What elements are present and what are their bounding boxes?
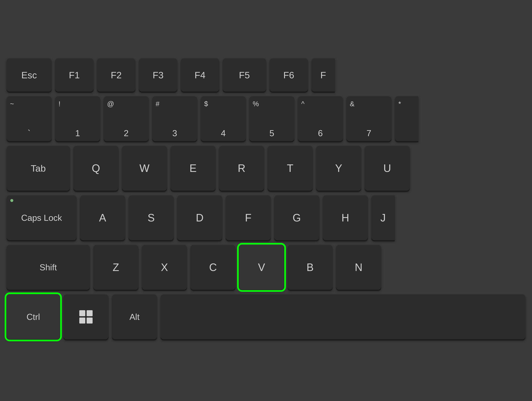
key-3[interactable]: # 3 [152, 96, 197, 141]
key-g[interactable]: G [274, 195, 319, 240]
windows-icon [79, 310, 93, 324]
key-t[interactable]: T [268, 146, 313, 191]
bottom-row: Ctrl Alt [7, 294, 525, 339]
key-a[interactable]: A [80, 195, 125, 240]
key-z[interactable]: Z [93, 245, 138, 290]
key-6[interactable]: ^ 6 [298, 96, 343, 141]
key-7[interactable]: & 7 [347, 96, 391, 141]
key-u[interactable]: U [365, 146, 410, 191]
key-h[interactable]: H [323, 195, 368, 240]
key-1[interactable]: ! 1 [55, 96, 100, 141]
key-tilde[interactable]: ~ ` [7, 96, 51, 141]
key-alt[interactable]: Alt [112, 294, 157, 339]
key-shift[interactable]: Shift [7, 245, 90, 290]
key-n[interactable]: N [336, 245, 381, 290]
key-v[interactable]: V [239, 245, 284, 290]
key-tab[interactable]: Tab [7, 146, 70, 191]
key-f1[interactable]: F1 [55, 58, 93, 92]
key-s[interactable]: S [129, 195, 174, 240]
key-f3[interactable]: F3 [139, 58, 177, 92]
key-esc[interactable]: Esc [7, 58, 51, 92]
key-8[interactable]: * [395, 96, 418, 141]
key-f5[interactable]: F5 [223, 58, 266, 92]
key-ctrl[interactable]: Ctrl [7, 294, 60, 339]
fn-row: Esc F1 F2 F3 F4 F5 F6 F [7, 58, 525, 92]
key-5[interactable]: % 5 [249, 96, 294, 141]
key-space[interactable] [161, 294, 525, 339]
key-f[interactable]: F [226, 195, 271, 240]
key-f6[interactable]: F6 [270, 58, 308, 92]
key-f4[interactable]: F4 [181, 58, 219, 92]
qwerty-row: Tab Q W E R T Y U [7, 146, 525, 191]
key-2[interactable]: @ 2 [104, 96, 149, 141]
caps-lock-led [10, 199, 13, 202]
key-r[interactable]: R [219, 146, 264, 191]
key-caps-lock[interactable]: Caps Lock [7, 195, 76, 240]
key-b[interactable]: B [288, 245, 332, 290]
key-f7[interactable]: F [311, 58, 335, 92]
key-q[interactable]: Q [74, 146, 118, 191]
zxcv-row: Shift Z X C V B N [7, 245, 525, 290]
key-4[interactable]: $ 4 [201, 96, 246, 141]
key-j[interactable]: J [371, 195, 395, 240]
key-x[interactable]: X [142, 245, 187, 290]
key-y[interactable]: Y [316, 146, 361, 191]
key-c[interactable]: C [190, 245, 235, 290]
keyboard: Esc F1 F2 F3 F4 F5 F6 F ~ ` ! [0, 0, 532, 401]
number-row: ~ ` ! 1 @ 2 # 3 $ 4 % 5 ^ 6 [7, 96, 525, 141]
asdf-row: Caps Lock A S D F G H J [7, 195, 525, 240]
key-windows[interactable] [63, 294, 108, 339]
key-e[interactable]: E [171, 146, 215, 191]
key-w[interactable]: W [122, 146, 167, 191]
key-f2[interactable]: F2 [97, 58, 135, 92]
key-d[interactable]: D [177, 195, 222, 240]
